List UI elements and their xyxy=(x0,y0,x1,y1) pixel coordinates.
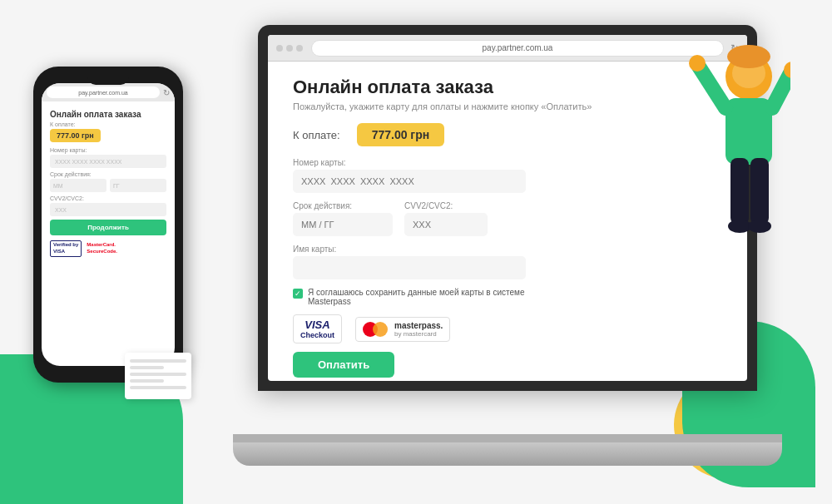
name-input[interactable] xyxy=(293,256,526,279)
phone-continue-button[interactable]: Продолжить xyxy=(50,220,166,235)
phone-card-input[interactable]: XXXX XXXX XXXX XXXX xyxy=(50,155,166,168)
name-field xyxy=(293,256,526,279)
phone-expiry-row: ММ ГГ xyxy=(50,179,166,192)
svg-point-6 xyxy=(689,55,706,72)
svg-point-2 xyxy=(727,45,770,68)
phone-cvv-label: CVV2/CVC2: xyxy=(50,195,166,201)
visa-checkout-subtext: Checkout xyxy=(300,331,334,339)
phone-mm-placeholder: ММ xyxy=(53,183,63,189)
expiry-label: Срок действия: xyxy=(293,201,393,210)
phone-url-text: pay.partner.com.ua xyxy=(78,90,127,96)
receipt-line-3 xyxy=(130,373,186,376)
visa-checkout-text: VISA xyxy=(305,319,329,331)
card-number-field xyxy=(293,170,526,193)
phone-cvv-placeholder: XXX xyxy=(55,207,67,213)
phone-body: pay.partner.com.ua ↻ Онлайн оплата заказ… xyxy=(33,67,183,383)
expiry-cvv-row: Срок действия: CVV2/CVC2: xyxy=(293,201,722,236)
character-illustration xyxy=(682,42,799,324)
svg-point-11 xyxy=(748,220,771,233)
svg-point-10 xyxy=(728,220,751,233)
masterpass-name: masterpass. xyxy=(394,321,443,330)
phone-card-label: Номер карты: xyxy=(50,147,166,153)
svg-rect-9 xyxy=(750,158,769,225)
payment-logos: VISA Checkout masterpass. by master xyxy=(293,314,722,343)
cvv-input[interactable] xyxy=(404,213,488,236)
phone-mastercard-secure: MasterCard.SecureCode. xyxy=(87,242,117,255)
cvv-col: CVV2/CVC2: xyxy=(404,201,488,236)
checkbox-icon[interactable]: ✓ xyxy=(293,289,303,299)
browser-dot-3 xyxy=(296,45,303,52)
receipt-line-2 xyxy=(130,366,164,369)
phone-cvv-input[interactable]: XXX xyxy=(50,203,166,216)
card-number-label: Номер карты: xyxy=(293,158,722,167)
receipt xyxy=(125,353,191,399)
masterpass-text: masterpass. by mastercard xyxy=(394,321,443,338)
checkbox-row[interactable]: ✓ Я соглашаюсь сохранить данные моей кар… xyxy=(293,288,526,306)
scene: pay.partner.com.ua ↻ Онлайн оплата заказ… xyxy=(0,0,832,504)
laptop-hinge xyxy=(233,434,782,442)
name-label: Имя карты: xyxy=(293,245,722,254)
phone-mm-input[interactable]: ММ xyxy=(50,179,106,192)
amount-row: К оплате: 777.00 грн xyxy=(293,123,722,146)
laptop-screen-inner: pay.partner.com.ua ↻ Онлайн оплата заказ… xyxy=(268,35,747,381)
phone-page-title: Онлайн оплата заказа xyxy=(50,110,166,119)
amount-label: К оплате: xyxy=(293,129,340,141)
phone-browser-bar: pay.partner.com.ua ↻ xyxy=(42,83,175,101)
expiry-input[interactable] xyxy=(293,213,393,236)
payment-page: Онлайн оплата заказа Пожалуйста, укажите… xyxy=(268,62,747,381)
card-number-input[interactable] xyxy=(293,170,526,193)
amount-badge: 777.00 грн xyxy=(357,123,445,146)
phone-expiry-label: Срок действия: xyxy=(50,171,166,177)
phone-device: pay.partner.com.ua ↻ Онлайн оплата заказ… xyxy=(33,67,196,408)
browser-url-bar[interactable]: pay.partner.com.ua xyxy=(311,40,724,57)
mc-orange-circle xyxy=(373,322,388,337)
phone-content: Онлайн оплата заказа К оплате: 777.00 гр… xyxy=(42,101,175,265)
phone-screen: pay.partner.com.ua ↻ Онлайн оплата заказ… xyxy=(42,83,175,366)
cvv-label: CVV2/CVC2: xyxy=(404,201,488,210)
browser-dot-2 xyxy=(286,45,293,52)
phone-amount-label: К оплате: xyxy=(50,121,166,127)
phone-url: pay.partner.com.ua xyxy=(47,86,160,98)
phone-refresh-icon[interactable]: ↻ xyxy=(163,88,170,97)
phone-yy-placeholder: ГГ xyxy=(113,183,120,189)
phone-yy-input[interactable]: ГГ xyxy=(110,179,166,192)
svg-rect-8 xyxy=(730,158,749,225)
receipt-line-5 xyxy=(130,386,186,389)
receipt-line-1 xyxy=(130,359,186,363)
phone-security-logos: Verified byVISA MasterCard.SecureCode. xyxy=(50,240,166,257)
masterpass-circles xyxy=(363,321,389,338)
phone-card-placeholder: XXXX XXXX XXXX XXXX xyxy=(55,159,122,165)
svg-line-5 xyxy=(772,73,790,108)
svg-line-4 xyxy=(699,67,726,108)
browser-url-text: pay.partner.com.ua xyxy=(483,43,553,52)
phone-amount-badge: 777.00 грн xyxy=(50,129,101,142)
page-subtitle: Пожалуйста, укажите карту для оплаты и н… xyxy=(293,101,722,111)
expiry-col: Срок действия: xyxy=(293,201,393,236)
browser-dots xyxy=(276,45,303,52)
page-title: Онлайн оплата заказа xyxy=(293,77,722,98)
browser-dot-1 xyxy=(276,45,283,52)
phone-verified-visa: Verified byVISA xyxy=(50,240,82,257)
laptop-base xyxy=(233,442,782,466)
pay-button[interactable]: Оплатить xyxy=(293,352,394,378)
receipt-line-4 xyxy=(130,379,164,383)
checkbox-label: Я соглашаюсь сохранить данные моей карты… xyxy=(308,288,526,306)
browser-bar: pay.partner.com.ua ↻ xyxy=(268,35,747,62)
masterpass-logo: masterpass. by mastercard xyxy=(355,317,450,342)
masterpass-subname: by mastercard xyxy=(394,330,443,338)
phone-notch xyxy=(87,73,129,85)
visa-checkout-logo: VISA Checkout xyxy=(293,314,342,343)
